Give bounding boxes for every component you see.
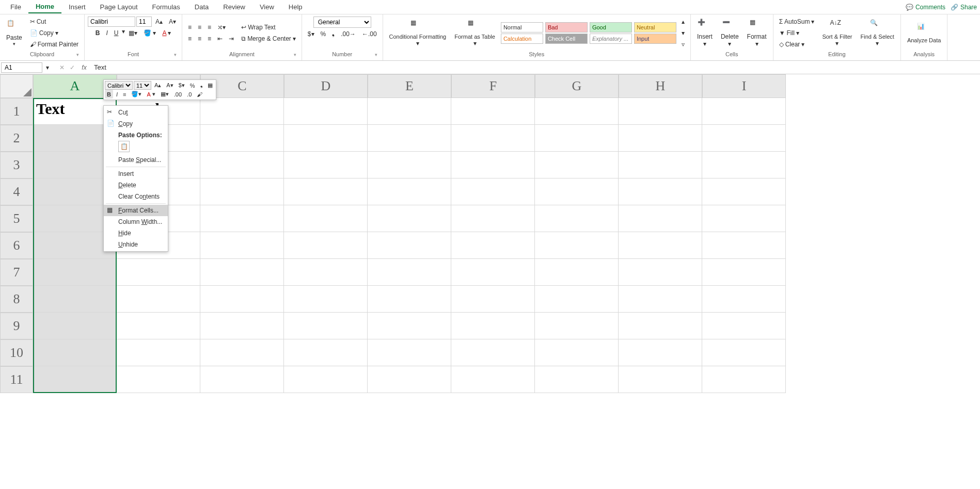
cell-i2[interactable] [702,125,786,152]
cell-g5[interactable] [535,205,619,232]
mini-increase-font[interactable]: A▴ [152,81,163,90]
style-bad[interactable]: Bad [545,22,588,32]
cell-c10[interactable] [200,339,284,366]
styles-more[interactable]: ▿ [679,39,687,50]
mini-inc-decimal[interactable]: .00 [172,90,184,99]
ctx-paste-thumb[interactable]: 📋 [118,141,130,152]
font-launcher[interactable]: ▾ [174,52,177,57]
decrease-decimal-button[interactable]: ←.00 [359,29,380,39]
cell-h7[interactable] [619,259,702,286]
cell-i1[interactable] [702,98,786,125]
increase-indent-button[interactable]: ⇥ [226,34,236,44]
increase-decimal-button[interactable]: .00→ [338,29,358,39]
cell-i10[interactable] [702,339,786,366]
mini-fill-color[interactable]: 🪣▾ [129,90,144,99]
cell-h2[interactable] [619,125,702,152]
comments-button[interactable]: 💬 Comments [906,4,945,11]
enter-formula-icon[interactable]: ✓ [67,62,77,73]
cell-c4[interactable] [200,178,284,205]
cell-c9[interactable] [200,313,284,339]
tab-file[interactable]: File [3,1,28,13]
cell-g10[interactable] [535,339,619,366]
cell-g2[interactable] [535,125,619,152]
mini-format-cells-icon[interactable]: ▦ [206,81,215,90]
cell-d8[interactable] [284,286,368,313]
align-middle-button[interactable]: ≡ [195,22,204,32]
row-header-1[interactable]: 1 [0,98,33,125]
cell-h9[interactable] [619,313,702,339]
styles-scroll-down[interactable]: ▾ [679,28,687,38]
cell-e10[interactable] [368,339,451,366]
cell-f9[interactable] [451,313,535,339]
column-header-e[interactable]: E [368,74,451,98]
find-select-button[interactable]: 🔍Find & Select▾ [857,18,897,48]
column-header-i[interactable]: I [702,74,786,98]
cell-f2[interactable] [451,125,535,152]
cell-d7[interactable] [284,259,368,286]
cell-f11[interactable] [451,366,535,393]
cell-f5[interactable] [451,205,535,232]
underline-button[interactable]: U [112,28,121,38]
align-top-button[interactable]: ≡ [185,22,194,32]
wrap-text-button[interactable]: ↩Wrap Text [239,22,298,32]
mini-font-combo[interactable]: Calibri [105,81,133,90]
format-as-table-button[interactable]: ▦Format as Table▾ [451,18,498,48]
mini-size-combo[interactable]: 11 [134,81,151,90]
mini-dec-decimal[interactable]: .0 [185,90,194,99]
row-header-9[interactable]: 9 [0,313,33,339]
clipboard-launcher[interactable]: ▾ [76,52,79,57]
cell-d1[interactable] [284,98,368,125]
style-calculation[interactable]: Calculation [501,34,543,44]
cell-c6[interactable] [200,232,284,259]
row-header-11[interactable]: 11 [0,366,33,393]
column-header-d[interactable]: D [284,74,368,98]
align-center-button[interactable]: ≡ [195,34,204,44]
mini-font-color[interactable]: A▾ [145,90,157,99]
cell-h3[interactable] [619,152,702,178]
cell-i11[interactable] [702,366,786,393]
cell-c7[interactable] [200,259,284,286]
cell-b9[interactable] [117,313,200,339]
row-header-5[interactable]: 5 [0,205,33,232]
mini-comma[interactable]: ❟ [198,81,204,90]
mini-format-painter[interactable]: 🖌 [195,90,204,99]
cell-g11[interactable] [535,366,619,393]
cell-d6[interactable] [284,232,368,259]
cell-h5[interactable] [619,205,702,232]
style-input[interactable]: Input [634,34,676,44]
cell-f10[interactable] [451,339,535,366]
cell-g7[interactable] [535,259,619,286]
cell-f8[interactable] [451,286,535,313]
cell-e9[interactable] [368,313,451,339]
align-left-button[interactable]: ≡ [185,34,194,44]
style-neutral[interactable]: Neutral [634,22,676,32]
percent-button[interactable]: % [318,29,329,39]
ctx-column-width[interactable]: Column Width... [104,216,168,227]
ctx-unhide[interactable]: Unhide [104,239,168,250]
paste-button[interactable]: 📋 Paste▾ [3,19,25,47]
fill-color-button[interactable]: 🪣▾ [141,28,159,38]
tab-formulas[interactable]: Formulas [145,1,187,13]
cell-e5[interactable] [368,205,451,232]
decrease-font-button[interactable]: A▾ [166,17,179,27]
style-normal[interactable]: Normal [501,22,543,32]
alignment-launcher[interactable]: ▾ [294,52,296,57]
insert-cells-button[interactable]: ➕Insert▾ [694,18,716,48]
cell-a9[interactable] [33,313,117,339]
tab-review[interactable]: Review [216,1,252,13]
italic-button[interactable]: I [103,28,110,38]
style-good[interactable]: Good [590,22,632,32]
row-header-3[interactable]: 3 [0,152,33,178]
mini-italic[interactable]: I [114,90,120,99]
cell-f1[interactable] [451,98,535,125]
cell-g4[interactable] [535,178,619,205]
name-box[interactable] [1,62,42,73]
cell-c3[interactable] [200,152,284,178]
orientation-button[interactable]: ⤭▾ [215,22,228,32]
tab-data[interactable]: Data [187,1,216,13]
style-check-cell[interactable]: Check Cell [545,34,588,44]
format-cells-button[interactable]: ▦Format▾ [744,18,770,48]
number-launcher[interactable]: ▾ [375,52,377,57]
cell-e4[interactable] [368,178,451,205]
styles-scroll-up[interactable]: ▴ [679,17,687,27]
